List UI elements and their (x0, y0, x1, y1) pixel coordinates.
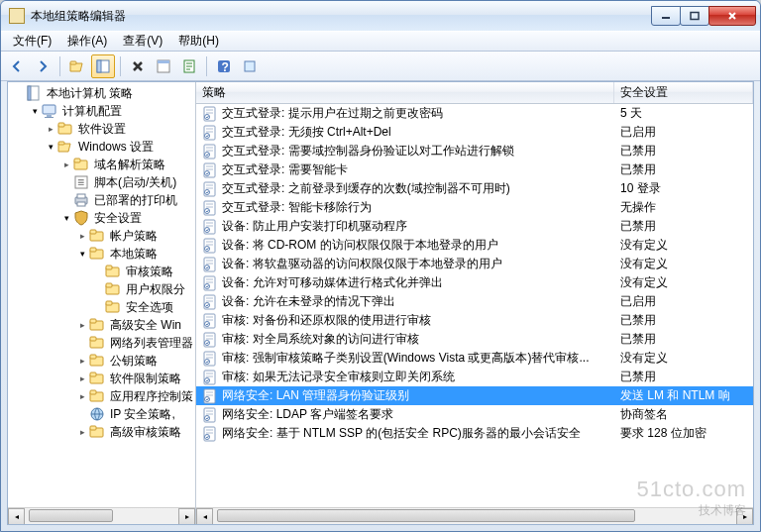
forward-button[interactable] (31, 54, 54, 78)
list-row[interactable]: 设备: 允许对可移动媒体进行格式化并弹出没有定义 (196, 273, 753, 292)
tree-pane: 本地计算机 策略▾计算机配置▸软件设置▾Windows 设置▸域名解析策略脚本(… (8, 82, 196, 524)
setting-cell: 协商签名 (614, 406, 753, 423)
list-row[interactable]: 审核: 对备份和还原权限的使用进行审核已禁用 (196, 311, 753, 330)
menu-help[interactable]: 帮助(H) (170, 31, 227, 52)
setting-cell: 已禁用 (614, 312, 753, 329)
tree-item[interactable]: ▸高级审核策略 (8, 423, 195, 441)
menubar: 文件(F) 操作(A) 查看(V) 帮助(H) (1, 31, 760, 52)
collapse-icon[interactable]: ▾ (28, 104, 42, 118)
refresh-button[interactable] (238, 54, 262, 78)
list-horizontal-scrollbar[interactable]: ◂ ▸ (196, 507, 753, 524)
tree-item[interactable]: ▸帐户策略 (8, 227, 195, 245)
list-view[interactable]: 交互式登录: 提示用户在过期之前更改密码5 天交互式登录: 无须按 Ctrl+A… (196, 104, 753, 507)
policy-cell: 交互式登录: 需要智能卡 (196, 161, 614, 178)
tree-item[interactable]: IP 安全策略, (8, 405, 195, 423)
menu-action[interactable]: 操作(A) (59, 31, 115, 52)
menu-view[interactable]: 查看(V) (115, 31, 170, 52)
scroll-right-button[interactable]: ▸ (736, 508, 753, 525)
delete-button[interactable] (126, 54, 150, 78)
expand-icon[interactable]: ▸ (75, 425, 89, 439)
list-row[interactable]: 审核: 对全局系统对象的访问进行审核已禁用 (196, 330, 753, 349)
tree-view[interactable]: 本地计算机 策略▾计算机配置▸软件设置▾Windows 设置▸域名解析策略脚本(… (8, 82, 195, 507)
separator (120, 56, 121, 76)
tree-item[interactable]: 本地计算机 策略 (8, 84, 195, 102)
close-button[interactable] (708, 6, 756, 26)
help-button[interactable]: ? (212, 54, 236, 78)
properties-button[interactable] (152, 54, 175, 78)
list-row[interactable]: 交互式登录: 提示用户在过期之前更改密码5 天 (196, 104, 753, 123)
tree-item[interactable]: 安全选项 (8, 298, 195, 316)
list-row[interactable]: 交互式登录: 智能卡移除行为无操作 (196, 198, 753, 217)
setting-cell: 已禁用 (614, 331, 753, 348)
tree-item[interactable]: ▸应用程序控制策 (8, 387, 195, 405)
tree-item[interactable]: ▸软件设置 (8, 120, 195, 138)
tree-item[interactable]: 网络列表管理器 (8, 334, 195, 352)
list-row[interactable]: 网络安全: 基于 NTLM SSP 的(包括安全 RPC)服务器的最小会话安全要… (196, 424, 753, 443)
list-row[interactable]: 网络安全: LAN 管理器身份验证级别发送 LM 和 NTLM 响 (196, 386, 753, 405)
expand-icon[interactable]: ▸ (75, 354, 89, 368)
tree-item[interactable]: 审核策略 (8, 263, 195, 280)
expand-icon[interactable]: ▸ (75, 229, 89, 243)
show-tree-button[interactable] (91, 54, 115, 78)
titlebar[interactable]: 本地组策略编辑器 (1, 1, 760, 31)
tree-item[interactable]: ▾安全设置 (8, 209, 195, 227)
tree-item[interactable]: ▸高级安全 Win (8, 316, 195, 334)
policy-cell: 交互式登录: 无须按 Ctrl+Alt+Del (196, 124, 614, 141)
twisty-spacer (75, 336, 89, 350)
tree-item-label: 审核策略 (124, 263, 175, 281)
list-row[interactable]: 设备: 将软盘驱动器的访问权限仅限于本地登录的用户没有定义 (196, 255, 753, 273)
expand-icon[interactable]: ▸ (59, 158, 73, 171)
scroll-right-button[interactable]: ▸ (178, 508, 195, 525)
collapse-icon[interactable]: ▾ (59, 211, 73, 225)
scroll-left-button[interactable]: ◂ (196, 508, 213, 525)
tree-item[interactable]: ▾本地策略 (8, 245, 195, 263)
tree-item[interactable]: ▾计算机配置 (8, 102, 195, 120)
scroll-left-button[interactable]: ◂ (8, 508, 25, 525)
setting-cell: 已禁用 (614, 161, 753, 178)
up-button[interactable] (65, 54, 89, 78)
collapse-icon[interactable]: ▾ (75, 247, 89, 261)
list-row[interactable]: 审核: 如果无法记录安全审核则立即关闭系统已禁用 (196, 368, 753, 386)
policy-icon (202, 238, 218, 254)
minimize-button[interactable] (651, 6, 681, 26)
column-header-policy[interactable]: 策略 (196, 82, 614, 103)
tree-item[interactable]: ▸公钥策略 (8, 352, 195, 370)
expand-icon[interactable]: ▸ (75, 318, 89, 332)
list-row[interactable]: 设备: 防止用户安装打印机驱动程序已禁用 (196, 217, 753, 236)
setting-cell: 没有定义 (614, 256, 753, 272)
policy-cell: 网络安全: 基于 NTLM SSP 的(包括安全 RPC)服务器的最小会话安全 (196, 425, 614, 442)
list-row[interactable]: 交互式登录: 无须按 Ctrl+Alt+Del已启用 (196, 123, 753, 142)
list-row[interactable]: 网络安全: LDAP 客户端签名要求协商签名 (196, 405, 753, 424)
list-row[interactable]: 交互式登录: 之前登录到缓存的次数(域控制器不可用时)10 登录 (196, 179, 753, 198)
tree-item[interactable]: ▾Windows 设置 (8, 138, 195, 156)
tree-horizontal-scrollbar[interactable]: ◂ ▸ (8, 507, 195, 524)
list-row[interactable]: 审核: 强制审核策略子类别设置(Windows Vista 或更高版本)替代审核… (196, 349, 753, 368)
maximize-button[interactable] (680, 6, 709, 26)
setting-cell: 已启用 (614, 293, 753, 310)
list-row[interactable]: 设备: 允许在未登录的情况下弹出已启用 (196, 292, 753, 311)
expand-icon[interactable]: ▸ (44, 122, 57, 136)
tree-item-label: 计算机配置 (60, 102, 124, 121)
tree-item-label: 已部署的打印机 (92, 191, 179, 210)
tree-item[interactable]: ▸域名解析策略 (8, 156, 195, 173)
menu-file[interactable]: 文件(F) (5, 31, 59, 52)
list-row[interactable]: 交互式登录: 需要智能卡已禁用 (196, 160, 753, 179)
policy-cell: 网络安全: LDAP 客户端签名要求 (196, 406, 614, 423)
list-row[interactable]: 设备: 将 CD-ROM 的访问权限仅限于本地登录的用户没有定义 (196, 236, 753, 255)
export-button[interactable] (177, 54, 201, 78)
back-button[interactable] (5, 54, 29, 78)
tree-item[interactable]: 已部署的打印机 (8, 191, 195, 209)
list-pane: 策略 安全设置 交互式登录: 提示用户在过期之前更改密码5 天交互式登录: 无须… (196, 82, 753, 524)
expand-icon[interactable]: ▸ (75, 372, 89, 385)
tree-item[interactable]: 脚本(启动/关机) (8, 173, 195, 191)
column-header-setting[interactable]: 安全设置 (614, 82, 753, 103)
policy-icon (202, 181, 218, 197)
book-icon (26, 85, 42, 101)
list-row[interactable]: 交互式登录: 需要域控制器身份验证以对工作站进行解锁已禁用 (196, 142, 753, 160)
tree-item[interactable]: ▸软件限制策略 (8, 370, 195, 387)
collapse-icon[interactable]: ▾ (44, 140, 57, 154)
tree-item[interactable]: 用户权限分 (8, 280, 195, 298)
expand-icon[interactable]: ▸ (75, 389, 89, 403)
folder-icon (73, 157, 89, 172)
policy-cell: 设备: 防止用户安装打印机驱动程序 (196, 218, 614, 235)
